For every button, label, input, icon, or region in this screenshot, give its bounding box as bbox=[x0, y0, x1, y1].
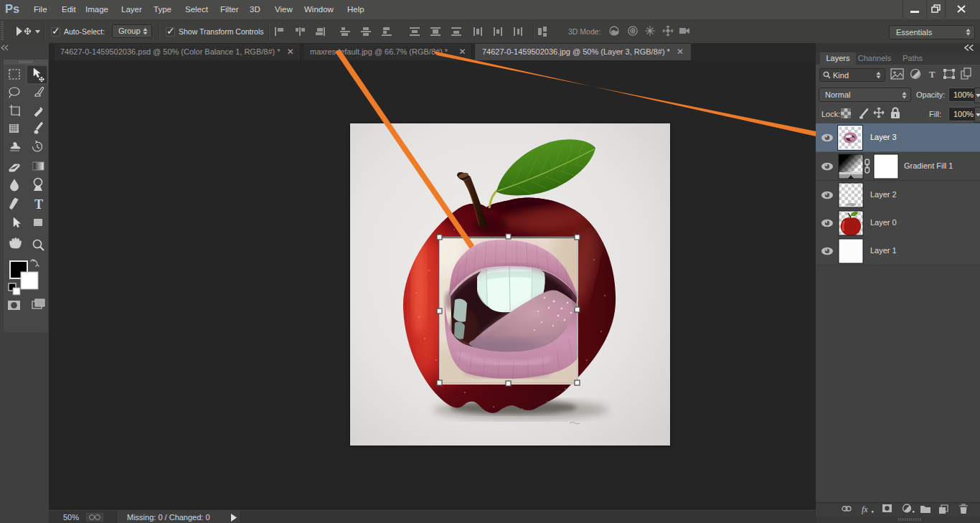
svg-text:T: T bbox=[34, 197, 43, 212]
svg-text:fx: fx bbox=[862, 504, 868, 514]
svg-text:T: T bbox=[929, 69, 936, 80]
